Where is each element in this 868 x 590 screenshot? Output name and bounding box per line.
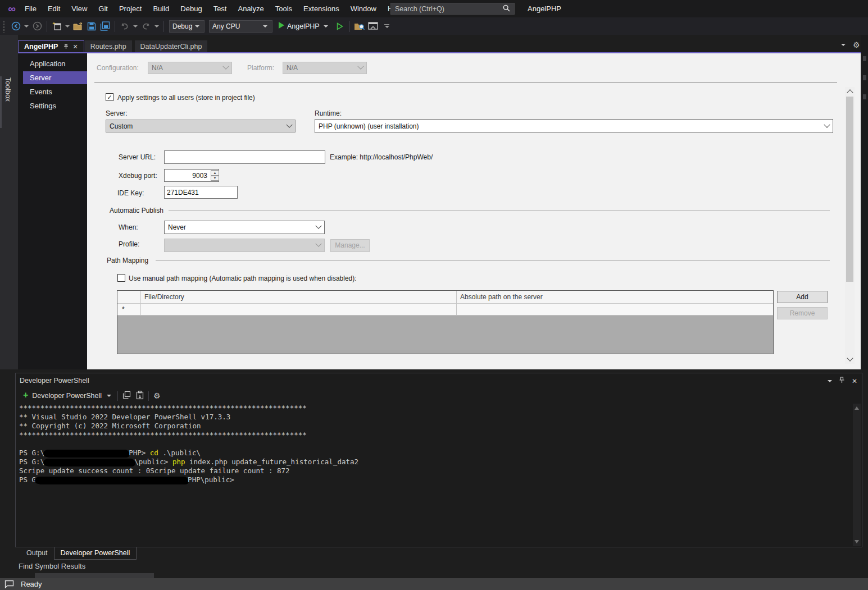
- navigate-back-icon[interactable]: [10, 20, 22, 33]
- toolbar-overflow-icon[interactable]: [383, 24, 391, 28]
- undo-icon[interactable]: [119, 20, 131, 33]
- file-directory-cell[interactable]: [141, 304, 457, 315]
- solution-platform-value: Any CPU: [212, 22, 240, 30]
- path-mapping-group-line: [156, 260, 830, 261]
- table-new-row[interactable]: *: [117, 304, 773, 315]
- manual-path-mapping-checkbox[interactable]: [117, 274, 125, 282]
- apply-settings-checkbox[interactable]: ✓: [106, 93, 113, 101]
- sidebar-item-events[interactable]: Events: [23, 85, 87, 98]
- terminal-scroll-down-icon[interactable]: [855, 540, 859, 543]
- tab-list-chevron-icon[interactable]: [841, 44, 846, 46]
- run-target-label: AngelPHP: [287, 22, 320, 30]
- visual-studio-logo-icon[interactable]: ∞: [4, 2, 19, 16]
- status-ready-text: Ready: [21, 580, 42, 588]
- when-label: When:: [119, 223, 138, 231]
- file-directory-header[interactable]: File/Directory: [141, 291, 457, 303]
- run-dropdown[interactable]: [324, 25, 328, 28]
- spinner-down-icon[interactable]: ▼: [211, 176, 219, 181]
- remove-mapping-button: Remove: [777, 307, 828, 319]
- start-debugging-button[interactable]: AngelPHP: [278, 21, 330, 31]
- menu-window[interactable]: Window: [345, 0, 382, 17]
- editor-tab-angelphp[interactable]: AngelPHP✕: [18, 40, 84, 52]
- menu-view[interactable]: View: [66, 0, 93, 17]
- redo-icon[interactable]: [140, 20, 152, 33]
- panel-menu-chevron-icon[interactable]: [828, 380, 832, 382]
- navigate-forward-icon[interactable]: [31, 20, 43, 33]
- menu-debug[interactable]: Debug: [175, 0, 207, 17]
- start-without-debugging-icon[interactable]: [334, 20, 346, 33]
- menu-edit[interactable]: Edit: [42, 0, 66, 17]
- search-box[interactable]: Search (Ctrl+Q): [390, 3, 515, 15]
- server-url-input[interactable]: [164, 150, 325, 164]
- sidebar-item-application[interactable]: Application: [23, 57, 87, 70]
- menu-git[interactable]: Git: [93, 0, 113, 17]
- terminal-line: ** Copyright (c) 2022 Microsoft Corporat…: [19, 422, 851, 431]
- navigate-back-dropdown[interactable]: [24, 25, 29, 28]
- scrollbar-thumb[interactable]: [846, 97, 853, 282]
- when-select[interactable]: Never: [164, 221, 325, 234]
- ide-key-input[interactable]: [164, 186, 238, 199]
- new-project-icon[interactable]: [51, 20, 63, 33]
- menu-build[interactable]: Build: [147, 0, 175, 17]
- editor-tab-dataupdatercli-php[interactable]: DataUpdaterCli.php: [135, 40, 208, 52]
- add-mapping-button[interactable]: Add: [777, 291, 828, 303]
- menu-test[interactable]: Test: [208, 0, 233, 17]
- menu-extensions[interactable]: Extensions: [298, 0, 345, 17]
- terminal-output[interactable]: ****************************************…: [19, 404, 851, 484]
- scroll-down-icon[interactable]: [847, 355, 853, 361]
- redo-dropdown[interactable]: [154, 25, 159, 28]
- pin-icon[interactable]: [62, 43, 69, 50]
- terminal-scroll-up-icon[interactable]: [855, 406, 859, 410]
- runtime-select[interactable]: PHP (unknown) (user installation): [315, 119, 833, 133]
- row-marker-header: [117, 291, 141, 303]
- save-icon[interactable]: [85, 20, 98, 33]
- save-all-icon[interactable]: [99, 20, 111, 33]
- solution-configuration-select[interactable]: Debug: [169, 20, 204, 33]
- paste-icon[interactable]: [136, 391, 144, 401]
- spinner-up-icon[interactable]: ▲: [211, 170, 219, 176]
- editor-tab-routes-php[interactable]: Routes.php: [85, 40, 132, 52]
- close-icon[interactable]: ✕: [72, 43, 78, 51]
- settings-scrollbar[interactable]: [845, 87, 855, 364]
- developer-powershell-panel: Developer PowerShell ✕ + Developer Power…: [15, 373, 862, 547]
- absolute-path-cell[interactable]: [457, 304, 773, 315]
- panel-pin-icon[interactable]: [839, 377, 845, 385]
- terminal-scrollbar[interactable]: [853, 404, 861, 546]
- tab-label: AngelPHP: [24, 43, 58, 51]
- menu-project[interactable]: Project: [113, 0, 147, 17]
- manage-profiles-button: Manage...: [330, 239, 370, 252]
- find-in-files-icon[interactable]: [353, 20, 366, 33]
- menu-analyze[interactable]: Analyze: [232, 0, 269, 17]
- automatic-publish-group-line: [169, 211, 830, 211]
- absolute-path-header[interactable]: Absolute path on the server: [457, 291, 773, 303]
- feedback-icon[interactable]: [4, 580, 15, 588]
- solution-explorer-icon[interactable]: [367, 20, 379, 33]
- sidebar-item-server[interactable]: Server: [23, 71, 87, 84]
- undo-dropdown[interactable]: [133, 25, 138, 28]
- copy-icon[interactable]: [122, 391, 131, 401]
- document-options-gear-icon[interactable]: ⚙: [853, 40, 860, 49]
- find-symbol-results-title[interactable]: Find Symbol Results: [19, 562, 85, 570]
- solution-platform-select[interactable]: Any CPU: [209, 20, 272, 33]
- menu-tools[interactable]: Tools: [270, 0, 298, 17]
- open-file-icon[interactable]: [72, 20, 84, 33]
- path-mapping-table: File/Directory Absolute path on the serv…: [117, 290, 774, 354]
- terminal-settings-gear-icon[interactable]: ⚙: [153, 391, 161, 400]
- find-symbol-results-tab[interactable]: [35, 573, 154, 578]
- shell-selector[interactable]: Developer PowerShell: [32, 392, 102, 400]
- shell-selector-chevron[interactable]: [107, 395, 111, 397]
- status-bar: Ready: [0, 578, 868, 590]
- sidebar-item-settings[interactable]: Settings: [23, 99, 87, 112]
- scroll-up-icon[interactable]: [847, 89, 853, 95]
- toolbar-grip[interactable]: [3, 20, 6, 33]
- server-select[interactable]: Custom: [106, 120, 296, 132]
- panel-close-icon[interactable]: ✕: [852, 377, 857, 385]
- panel-tab-developer-powershell[interactable]: Developer PowerShell: [54, 547, 137, 560]
- new-terminal-plus-icon[interactable]: +: [23, 390, 28, 400]
- new-project-dropdown[interactable]: [65, 25, 70, 28]
- menu-file[interactable]: File: [19, 0, 42, 17]
- configuration-select: N/A: [148, 62, 232, 74]
- toolbox-tab[interactable]: Toolbox: [4, 77, 12, 102]
- panel-tab-output[interactable]: Output: [20, 547, 54, 559]
- xdebug-port-spinner[interactable]: ▲ ▼: [211, 170, 219, 181]
